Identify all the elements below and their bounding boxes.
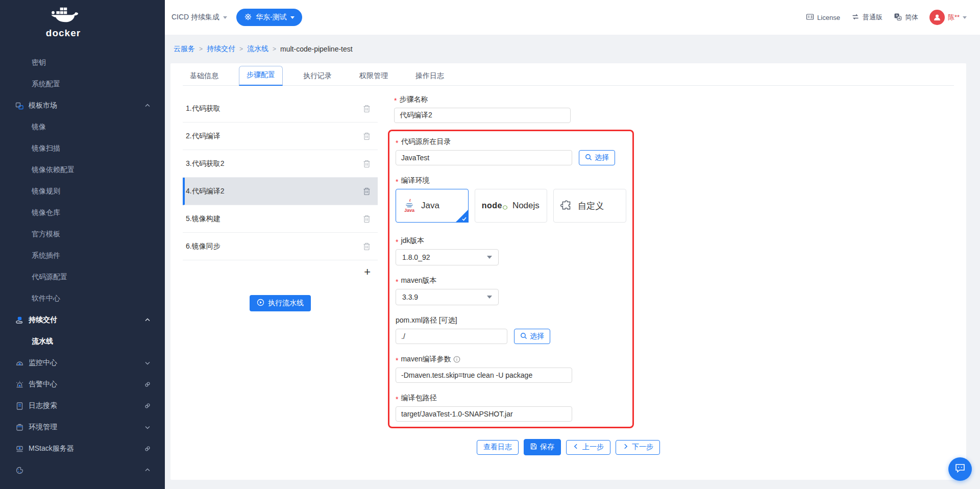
pom-path-input[interactable] [396, 329, 507, 344]
log-search-icon [15, 402, 24, 410]
maven-args-input[interactable] [396, 368, 572, 383]
external-link-icon[interactable] [144, 403, 151, 409]
sidebar-item-theme[interactable] [0, 459, 165, 481]
chevron-down-icon [963, 16, 967, 19]
locale-switch-button[interactable]: 简体 [894, 13, 918, 22]
edition-switch-button[interactable]: 普通版 [851, 13, 883, 22]
docker-whale-icon [48, 6, 78, 29]
chevron-down-icon [487, 296, 492, 299]
sidebar-item-system-config[interactable]: 系统配置 [0, 74, 165, 95]
pom-path-browse-button[interactable]: 选择 [514, 329, 550, 344]
step-row-3[interactable]: 3.代码获取2 [183, 150, 378, 178]
tab-operation-logs[interactable]: 操作日志 [408, 67, 451, 85]
sidebar-item-alert-center[interactable]: 告警中心 [0, 374, 165, 395]
chevron-down-icon[interactable] [144, 424, 151, 430]
chevron-up-icon[interactable] [144, 317, 151, 323]
maven-version-label: maven版本 [401, 276, 436, 285]
required-asterisk: * [394, 97, 397, 104]
trash-icon[interactable] [363, 105, 371, 113]
alert-center-icon [15, 380, 24, 389]
package-path-input[interactable] [396, 406, 572, 422]
chevron-down-icon[interactable] [144, 360, 151, 366]
tab-step-config[interactable]: 步骤配置 [239, 66, 283, 86]
server-icon [15, 445, 24, 453]
step-row-1[interactable]: 1.代码获取 [183, 95, 378, 123]
tab-permission-management[interactable]: 权限管理 [352, 67, 395, 85]
sidebar-item-code-source-config[interactable]: 代码源配置 [0, 266, 165, 288]
env-card-java[interactable]: Java Java [396, 189, 469, 223]
next-step-button[interactable]: 下一步 [616, 440, 660, 455]
external-link-icon[interactable] [144, 381, 151, 387]
sidebar-item-official-templates[interactable]: 官方模板 [0, 224, 165, 245]
sidebar-item-image-rules[interactable]: 镜像规则 [0, 181, 165, 202]
sidebar-item-image-repo[interactable]: 镜像仓库 [0, 202, 165, 224]
jdk-version-select[interactable]: 1.8.0_92 [396, 249, 499, 265]
play-circle-icon [257, 299, 264, 308]
tab-basic-info[interactable]: 基础信息 [183, 67, 226, 85]
sidebar-item-mstack-server[interactable]: MStack服务器 [0, 438, 165, 459]
external-link-icon[interactable] [144, 446, 151, 452]
sidebar-item-pipeline[interactable]: 流水线 [0, 331, 165, 352]
pipeline-card: 基础信息 步骤配置 执行记录 权限管理 操作日志 1.代码获取 2.代码编 [170, 63, 966, 480]
step-row-6[interactable]: 6.镜像同步 [183, 233, 378, 260]
nodejs-logo-icon: node [482, 201, 507, 210]
sidebar-item-template-market[interactable]: 模板市场 [0, 95, 165, 116]
sidebar-item-secret-key[interactable]: 密钥 [0, 52, 165, 74]
chevron-down-icon [487, 256, 492, 259]
trash-icon[interactable] [363, 132, 371, 140]
info-icon[interactable] [453, 356, 460, 363]
sidebar-item-image-scan[interactable]: 镜像扫描 [0, 138, 165, 159]
tab-execution-records[interactable]: 执行记录 [296, 67, 339, 85]
chevron-left-icon [573, 443, 579, 451]
sidebar-item-system-plugins[interactable]: 系统插件 [0, 245, 165, 266]
prev-step-button[interactable]: 上一步 [566, 440, 610, 455]
license-button[interactable]: License [806, 13, 840, 22]
trash-icon[interactable] [363, 160, 371, 168]
step-row-4-active[interactable]: 4.代码编译2 [183, 178, 378, 205]
source-dir-input[interactable] [396, 150, 572, 165]
env-card-nodejs[interactable]: node Nodejs [475, 189, 548, 223]
topbar: CICD 持续集成 华东-测试 License [165, 0, 980, 35]
sidebar-item-image[interactable]: 镜像 [0, 116, 165, 138]
required-asterisk: * [396, 396, 398, 403]
trash-icon[interactable] [363, 242, 371, 251]
product-menu-dropdown[interactable]: CICD 持续集成 [172, 13, 227, 22]
required-asterisk: * [396, 178, 398, 185]
view-logs-button[interactable]: 查看日志 [477, 440, 519, 455]
step-row-5[interactable]: 5.镜像构建 [183, 205, 378, 233]
sidebar-item-env-management[interactable]: 环境管理 [0, 417, 165, 438]
chevron-right-icon [622, 443, 629, 451]
chevron-up-icon[interactable] [144, 103, 151, 109]
user-menu[interactable]: 陈** [929, 10, 967, 25]
env-card-custom[interactable]: 自定义 [553, 189, 626, 223]
jdk-version-label: jdk版本 [401, 236, 424, 246]
chevron-up-icon[interactable] [144, 467, 151, 473]
trash-icon[interactable] [363, 215, 371, 223]
template-market-icon [15, 102, 24, 110]
sidebar-item-monitor-center[interactable]: 监控中心 [0, 352, 165, 374]
step-name-input[interactable] [394, 108, 571, 123]
sidebar-item-continuous-delivery[interactable]: 持续交付 [0, 309, 165, 331]
step-row-2[interactable]: 2.代码编译 [183, 123, 378, 150]
translate-icon [894, 13, 902, 22]
save-button[interactable]: 保存 [524, 439, 561, 455]
sidebar-item-image-dependency[interactable]: 镜像依赖配置 [0, 159, 165, 181]
chevron-down-icon [290, 16, 295, 19]
cluster-selector-pill[interactable]: 华东-测试 [236, 9, 302, 26]
breadcrumb-continuous-delivery[interactable]: 持续交付 [207, 44, 235, 54]
add-step-button[interactable]: + [364, 266, 371, 278]
sidebar-item-log-search[interactable]: 日志搜索 [0, 395, 165, 417]
breadcrumb-cloud-service[interactable]: 云服务 [174, 44, 195, 54]
support-chat-button[interactable] [948, 457, 972, 481]
breadcrumb-pipeline[interactable]: 流水线 [247, 44, 268, 54]
breadcrumb: 云服务 > 持续交付 > 流水线 > mult-code-pipeline-te… [170, 35, 966, 63]
trash-icon[interactable] [363, 187, 371, 195]
source-dir-browse-button[interactable]: 选择 [579, 150, 615, 165]
sidebar-item-software-center[interactable]: 软件中心 [0, 288, 165, 309]
chevron-down-icon [223, 16, 227, 19]
maven-version-select[interactable]: 3.3.9 [396, 289, 499, 305]
run-pipeline-button[interactable]: 执行流水线 [250, 295, 311, 311]
highlighted-config-section: * 代码源所在目录 选择 [388, 130, 634, 428]
step-name-label: 步骤名称 [399, 95, 428, 104]
palette-icon [15, 466, 24, 475]
